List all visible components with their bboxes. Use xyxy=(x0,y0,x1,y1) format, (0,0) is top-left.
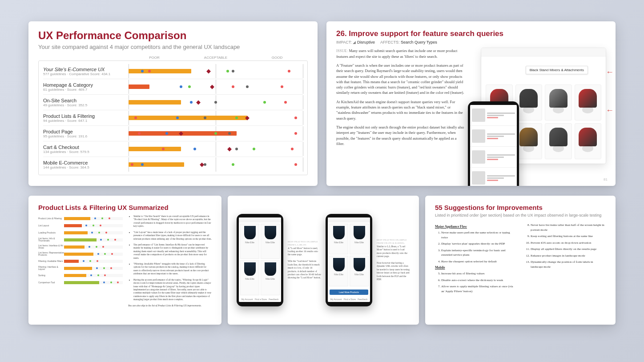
suggestion-item: Dynamically change the position of form … xyxy=(531,260,606,269)
card2-p1: A "Feature" search is when the user incl… xyxy=(336,63,465,96)
suggestion-item: Keep sorting and filtering buttons at th… xyxy=(531,234,606,239)
card2-body: ISSUE: Many users will submit search que… xyxy=(336,48,465,150)
scale-axis: POOR ACCEPTABLE GOOD xyxy=(38,56,308,60)
suggestion-item: Prevent iOS auto-zoom on drop-down activ… xyxy=(531,241,606,245)
comparison-chart: Your Site's E-Commerce UX577 guidelines … xyxy=(38,60,308,175)
scale-poor: POOR xyxy=(124,56,185,60)
product-tile: Nike Elite xyxy=(350,224,369,254)
load-more-button[interactable]: Load More Products xyxy=(330,290,368,295)
mobile-examples-card: Nike EliteNike EliteNike EliteNike Elite… xyxy=(228,196,419,325)
suggestions-col-2: Never have list items taller than half o… xyxy=(524,223,606,295)
chart-row: Product Page95 guidelines · Score: 191.6 xyxy=(43,125,303,141)
caption-1-body: A "Load More" button is used, loading an… xyxy=(288,247,321,280)
phone-example-2: Nike EliteNike EliteNike EliteNike Elite… xyxy=(326,214,372,306)
arrow-right-icon: ← xyxy=(606,68,614,77)
caption-2-body: Similar to L.L.Bean, a "Load More" butto… xyxy=(377,245,410,282)
caption-2: BEST PRACTICE EXAMPLE FROM CRATE & BARRE… xyxy=(377,239,410,281)
skip-link-text: You can also skip to the list of Product… xyxy=(128,304,212,307)
suggestion-item: Explain industry-specific terminology fo… xyxy=(441,248,516,257)
card2-title: 26. Improve support for feature search q… xyxy=(336,29,606,38)
card1-subtitle: Your site compared against 4 major compe… xyxy=(38,44,308,50)
scale-good: GOOD xyxy=(246,56,308,60)
product-tile: Nike Elite xyxy=(261,224,280,259)
chart-row: Product Lists & Filtering94 guidelines ·… xyxy=(43,110,303,125)
affects-value: Search Query Types xyxy=(401,40,437,44)
suggestion-item: Never make users perform the same select… xyxy=(441,230,516,240)
feature-search-card: 26. Improve support for feature search q… xyxy=(326,21,616,186)
mini-chart-row: Comparison Tool xyxy=(38,279,123,286)
list-item xyxy=(470,126,517,147)
suggestions-card: 55 Suggestions for Improvements Listed i… xyxy=(425,196,616,325)
chart-row: Mobile E-Commerce144 guidelines · Score:… xyxy=(43,157,303,172)
caption-1-heading: BEST PRACTICE EXAMPLE FROM L.L.BEAN: xyxy=(288,241,321,247)
mini-chart-row: List Layout xyxy=(38,222,123,229)
impact-label: IMPACT: xyxy=(336,40,352,44)
suggestion-item: Have the cheapest option selected by def… xyxy=(441,259,516,264)
list-item xyxy=(470,168,517,186)
mini-chart-row: Filtering: Interface & Layout xyxy=(38,265,123,272)
impact-value: Disruptive xyxy=(357,40,375,44)
mini-chart-row: Loading Products xyxy=(38,229,123,236)
mini-chart-row: List Items: Info & Thumbnails xyxy=(38,236,123,243)
bullet-item: "Filtering: Available Filters" struggles… xyxy=(133,262,212,276)
mobile-mock xyxy=(468,101,519,186)
mini-chart-row: List Items: Interface & Hit Areas xyxy=(38,243,123,250)
caption-1: BEST PRACTICE EXAMPLE FROM L.L.BEAN: A "… xyxy=(288,241,321,280)
mini-chart-row: List Items: Representative Products xyxy=(38,250,123,257)
product-card xyxy=(515,84,543,121)
ux-performance-card: UX Performance Comparison Your site comp… xyxy=(28,21,318,186)
card2-p3: The engine should not only search throug… xyxy=(336,125,465,146)
chart-row: On-Site Search49 guidelines · Score: 352… xyxy=(43,94,303,110)
suggestion-item: Display 'service plan' upgrades directly… xyxy=(441,241,516,246)
suggestion-item: Increase hit area of filtering values xyxy=(441,271,516,276)
card5-subtitle: Listed in prioritized order (per section… xyxy=(435,213,606,217)
product-card xyxy=(575,123,602,159)
product-card xyxy=(575,84,602,121)
list-item xyxy=(470,105,517,126)
section-heading-mobile: Mobile xyxy=(435,265,516,269)
suggestion-item: Never have list items taller than half o… xyxy=(531,223,606,232)
callout-label: Black Stand Mixers & Attachments xyxy=(526,66,588,74)
product-tile: Nike Elite xyxy=(329,256,348,286)
list-item xyxy=(470,147,517,168)
product-card xyxy=(545,123,572,159)
suggestions-col-1: Major Appliance Flow Never make users pe… xyxy=(435,223,516,295)
bullet-item: The performance of "List Items: Interfac… xyxy=(133,243,212,260)
mini-chart: Product Lists & Filtering List Layout Lo… xyxy=(38,215,123,307)
product-tile: Nike Elite xyxy=(261,260,280,295)
issue-text: Many users will submit search queries th… xyxy=(336,48,457,59)
product-card xyxy=(545,84,572,121)
page-number: 81 xyxy=(604,177,608,181)
mini-chart-row: Sorting xyxy=(38,272,123,279)
chart-row: Homepage & Category61 guidelines · Score… xyxy=(43,79,303,94)
suggestion-item: Disable auto-correct where the dictionar… xyxy=(441,278,516,283)
suggestion-item: Display all applied filters directly on … xyxy=(531,247,606,252)
card5-title: 55 Suggestions for Improvements xyxy=(435,204,606,211)
phone-example-1: Nike EliteNike EliteNike EliteNike Elite… xyxy=(237,214,283,306)
arrow-right-icon: ← xyxy=(606,106,614,115)
scale-acceptable: ACCEPTABLE xyxy=(185,56,246,60)
product-tile: Nike Elite xyxy=(329,224,348,254)
product-tile: Nike Elite xyxy=(240,260,259,295)
issue-label: ISSUE: xyxy=(336,49,348,53)
bullet-item: Similar to "On-Site Search" there is an … xyxy=(133,215,212,228)
chart-row: Your Site's E-Commerce UX577 guidelines … xyxy=(43,64,303,79)
product-tile: Nike Elite xyxy=(240,224,259,259)
bullet-item: "List Layout" has a main issue of a lack… xyxy=(133,231,212,241)
card1-title: UX Performance Comparison xyxy=(38,29,308,42)
card3-bullets: Similar to "On-Site Search" there is an … xyxy=(128,215,212,307)
suggestion-item: Allow users to apply multiple filtering … xyxy=(441,284,516,294)
signal-icon: ◢ xyxy=(353,40,356,44)
suggestion-item: Enhance product images in landscape mode xyxy=(531,253,606,258)
product-lists-summary-card: Product Lists & Filtering UX Summarized … xyxy=(28,196,221,325)
affects-label: AFFECTS: xyxy=(380,40,400,44)
mini-chart-row: Product Lists & Filtering xyxy=(38,215,123,222)
chart-row: Cart & Checkout134 guidelines · Score: 5… xyxy=(43,141,303,157)
bullet-item: Having the poorest performance of all th… xyxy=(133,278,212,302)
card2-mockups: Black Stand Mixers & Attachments ← ← xyxy=(472,48,606,150)
card3-title: Product Lists & Filtering UX Summarized xyxy=(38,204,212,211)
card2-p2: At KitchenAid the search engine doesn't … xyxy=(336,99,465,121)
caption-2-heading: BEST PRACTICE EXAMPLE FROM CRATE & BARRE… xyxy=(377,239,410,245)
mini-chart-row: Filtering: Available Filters xyxy=(38,257,123,265)
product-card xyxy=(515,123,543,159)
